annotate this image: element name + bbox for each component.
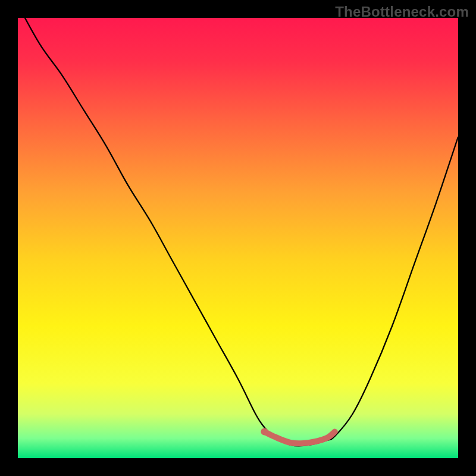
bottleneck-curve	[18, 18, 458, 446]
sweet-spot-highlight	[264, 432, 334, 444]
curve-layer	[18, 18, 458, 458]
watermark-text: TheBottleneck.com	[335, 4, 469, 20]
sweet-spot-start-dot	[261, 428, 268, 436]
chart-frame: TheBottleneck.com	[0, 0, 476, 476]
plot-area	[18, 18, 458, 458]
